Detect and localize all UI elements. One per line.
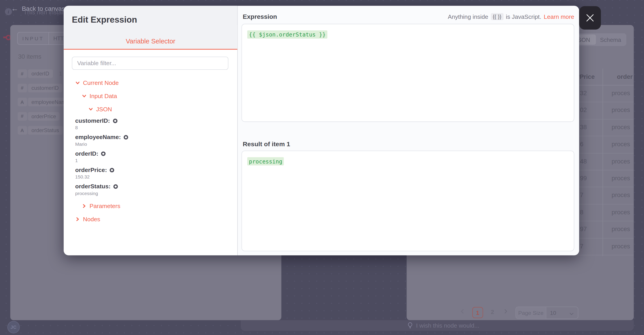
tab-schema[interactable]: Schema [596, 34, 625, 45]
tree-field-key: customerID: [75, 117, 110, 124]
pagination-prev-icon[interactable] [460, 308, 464, 316]
schema-field-name: orderStatus [28, 126, 63, 135]
number-type-icon: # [18, 112, 27, 120]
chevron-down-icon [569, 311, 574, 318]
cell-orderPrice: 38 [580, 123, 587, 130]
tree-node-current-node[interactable]: Current Node [75, 76, 128, 90]
chevron-down-icon [82, 94, 87, 98]
schema-field-name: orderID [28, 69, 53, 78]
back-arrow-icon: ← [11, 5, 18, 12]
tree-node-json[interactable]: JSON [88, 103, 128, 116]
learn-more-link[interactable]: Learn more [544, 13, 574, 20]
pagination-page-1[interactable]: 1 [472, 307, 483, 318]
variable-selector-pane: Edit Expression Variable Selector Curren… [64, 6, 237, 255]
cell-orderPrice: 7 [580, 243, 583, 250]
tree-node-label: Parameters [90, 203, 120, 209]
target-icon [114, 184, 118, 189]
schema-row[interactable]: # orderID 1 [18, 69, 62, 78]
cell-orderStatus: proces [612, 140, 630, 147]
string-type-icon: A [18, 98, 27, 106]
page-size-select[interactable]: Page Size 10 [516, 307, 578, 319]
variable-filter-input[interactable] [72, 57, 228, 70]
cell-orderPrice: 8 [580, 209, 583, 215]
expression-pane: Expression Anything inside {{ }} is Java… [237, 6, 579, 255]
cell-orderStatus: proces [612, 243, 630, 250]
ndv-footer: I wish this node would... [241, 320, 634, 331]
variable-tree: Current Node Input Data JSON customerID:… [75, 76, 128, 226]
tree-field-orderPrice[interactable]: orderPrice: 150.32 [75, 167, 128, 179]
tree-field-key: orderID: [75, 150, 98, 157]
expression-label: Expression [243, 13, 277, 20]
tree-field-key: employeeName: [75, 134, 121, 140]
expression-result-value: processing [247, 157, 284, 165]
tree-field-value: 8 [75, 125, 128, 130]
modal-title: Edit Expression [72, 15, 137, 25]
tree-node-label: JSON [96, 106, 112, 112]
app-stage: This n8n instance is i ← Back to canvas … [0, 0, 644, 335]
schema-field-name: customerID [28, 83, 62, 92]
chevron-down-icon [88, 107, 93, 112]
tree-node-input-data[interactable]: Input Data [82, 90, 128, 103]
cell-orderStatus: proces [612, 226, 630, 232]
pagination-page-2[interactable]: 2 [488, 309, 496, 315]
result-label: Result of item 1 [243, 140, 290, 148]
back-to-canvas-button[interactable]: ← Back to canvas [11, 5, 65, 12]
expression-hint: Anything inside {{ }} is JavaScript. Lea… [448, 13, 574, 20]
schema-field-name: orderPrice [28, 112, 60, 120]
node-feedback-placeholder: I wish this node would... [416, 322, 479, 329]
cell-orderStatus: proces [612, 191, 630, 198]
cell-orderPrice: 02 [580, 106, 587, 113]
target-icon [113, 118, 117, 123]
cell-orderStatus: proces [612, 174, 630, 181]
tree-field-customerID[interactable]: customerID: 8 [75, 117, 128, 130]
hint-code-chip: {{ }} [491, 13, 504, 20]
pagination-next-icon[interactable] [504, 308, 508, 316]
target-icon [110, 168, 114, 172]
back-to-canvas-label: Back to canvas [22, 5, 65, 12]
string-type-icon: A [18, 126, 27, 135]
lightbulb-icon [407, 322, 413, 329]
schema-row[interactable]: A orderStatus [18, 126, 63, 135]
chevron-down-icon [75, 80, 80, 85]
schema-row[interactable]: # orderPrice [18, 112, 60, 120]
number-type-icon: # [18, 83, 27, 92]
tree-field-value: 1 [75, 158, 128, 163]
avatar[interactable]: JC [8, 321, 20, 333]
tree-node-parameters[interactable]: Parameters [82, 200, 128, 213]
cell-orderStatus: proces [612, 90, 630, 96]
tree-node-label: Input Data [90, 93, 117, 99]
chevron-right-icon [75, 217, 80, 222]
cell-orderPrice: 97 [580, 226, 587, 232]
number-type-icon: # [18, 69, 27, 78]
hint-prefix: Anything inside [448, 13, 488, 20]
input-items-count: 30 items [18, 53, 42, 60]
tree-node-label: Current Node [83, 80, 119, 86]
tree-node-label: Nodes [83, 216, 100, 222]
expression-result-box: processing [242, 151, 574, 251]
tree-field-key: orderStatus: [75, 183, 110, 190]
cell-orderStatus: proces [612, 209, 630, 215]
column-header-orderStatus: order [617, 73, 632, 80]
cell-orderPrice: 48 [580, 157, 587, 164]
hint-suffix: is JavaScript. [506, 13, 541, 20]
tree-field-key: orderPrice: [75, 167, 107, 173]
close-button[interactable] [579, 6, 601, 29]
cell-orderPrice: 32 [580, 90, 587, 96]
tab-variable-selector[interactable]: Variable Selector [64, 38, 237, 45]
tree-node-nodes[interactable]: Nodes [75, 213, 128, 226]
expression-code: {{ $json.orderStatus }} [247, 30, 327, 39]
tab-input[interactable]: INPUT [18, 32, 49, 44]
node-feedback-input[interactable]: I wish this node would... [407, 320, 479, 331]
schema-field-value: 1 [59, 70, 62, 77]
tree-field-employeeName[interactable]: employeeName: Mario [75, 134, 128, 147]
edit-expression-modal: Edit Expression Variable Selector Curren… [64, 6, 579, 255]
schema-row[interactable]: # customerID [18, 83, 62, 92]
target-icon [101, 151, 106, 156]
cell-orderPrice: 99 [580, 174, 587, 181]
modal-header: Edit Expression Variable Selector [64, 6, 237, 50]
expression-editor[interactable]: {{ $json.orderStatus }} [242, 24, 574, 122]
tree-field-value: 150.32 [75, 174, 128, 179]
tree-field-orderStatus[interactable]: orderStatus: processing [75, 183, 128, 196]
cell-orderStatus: proces [612, 157, 630, 164]
tree-field-orderID[interactable]: orderID: 1 [75, 150, 128, 163]
